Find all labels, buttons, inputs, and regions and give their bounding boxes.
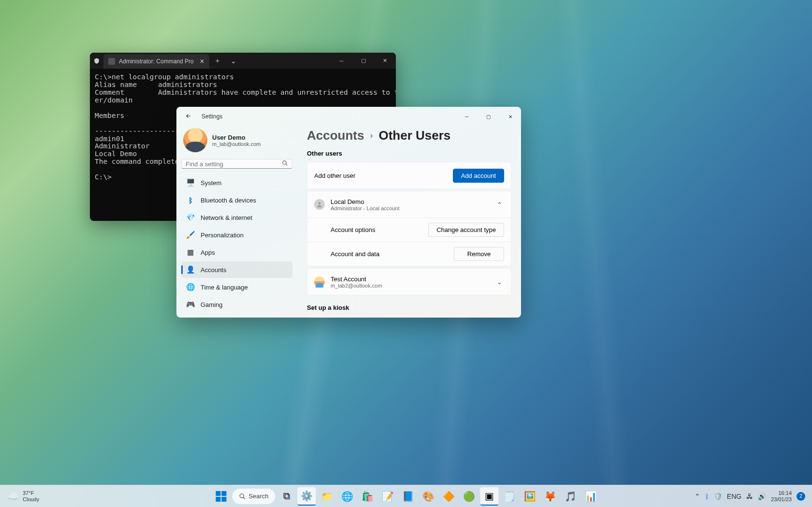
user-row[interactable]: Local Demo Administrator - Local account… bbox=[307, 191, 511, 217]
taskbar-app-explorer[interactable]: 📁 bbox=[318, 487, 336, 506]
shield-icon bbox=[90, 58, 103, 64]
kiosk-card-partial bbox=[307, 316, 511, 318]
language-indicator[interactable]: ENG bbox=[727, 493, 741, 500]
taskbar-center: Search ⧉ ⚙️ 📁 🌐 🛍️ 📝 📘 🎨 🔶 🟢 ▣ 🗒️ 🖼️ 🦊 🎵… bbox=[212, 487, 600, 506]
breadcrumb-current: Other Users bbox=[378, 128, 450, 143]
taskbar-app-edge[interactable]: 🌐 bbox=[338, 487, 357, 506]
user-icon bbox=[314, 276, 325, 287]
profile-block[interactable]: User Demo m_lab@outlook.com bbox=[181, 126, 292, 159]
settings-titlebar: Settings ─ ▢ ✕ bbox=[176, 107, 521, 126]
nav-label: Time & language bbox=[201, 284, 248, 291]
terminal-tab-title: Administrator: Command Pro bbox=[119, 58, 194, 65]
nav-accounts[interactable]: 👤Accounts bbox=[181, 261, 292, 278]
nav-label: System bbox=[201, 179, 221, 187]
section-other-users: Other users bbox=[307, 150, 511, 157]
nav-time-language[interactable]: 🌐Time & language bbox=[181, 279, 292, 295]
add-account-button[interactable]: Add account bbox=[453, 169, 504, 183]
taskbar-app-settings[interactable]: ⚙️ bbox=[298, 487, 316, 506]
terminal-minimize[interactable]: ─ bbox=[331, 53, 352, 69]
settings-nav: 🖥️System ᛒBluetooth & devices 💎Network &… bbox=[181, 174, 292, 313]
terminal-tab-dropdown[interactable]: ⌄ bbox=[226, 57, 241, 65]
notification-badge[interactable]: 2 bbox=[797, 492, 805, 501]
person-icon: 👤 bbox=[186, 265, 195, 274]
tray-time: 16:14 bbox=[771, 490, 792, 496]
weather-condition: Cloudy bbox=[23, 496, 39, 502]
weather-widget[interactable]: ☁️ 37°F Cloudy bbox=[0, 490, 39, 502]
settings-search[interactable] bbox=[181, 159, 292, 169]
brush-icon: 🖌️ bbox=[186, 231, 195, 239]
taskbar-app-word[interactable]: 📘 bbox=[399, 487, 418, 506]
add-user-card: Add other user Add account bbox=[307, 162, 511, 189]
nav-personalization[interactable]: 🖌️Personalization bbox=[181, 227, 292, 243]
apps-icon: ▦ bbox=[186, 248, 195, 257]
taskbar-app-music[interactable]: 🎵 bbox=[562, 487, 580, 506]
svg-point-0 bbox=[283, 161, 287, 165]
settings-close[interactable]: ✕ bbox=[499, 108, 521, 125]
taskbar-app-drive[interactable]: 🔶 bbox=[440, 487, 458, 506]
volume-icon[interactable]: 🔊 bbox=[758, 493, 766, 500]
change-account-type-button[interactable]: Change account type bbox=[428, 223, 504, 237]
task-view[interactable]: ⧉ bbox=[277, 487, 296, 506]
terminal-maximize[interactable]: ▢ bbox=[352, 53, 374, 69]
taskbar-app-photos[interactable]: 🖼️ bbox=[521, 487, 539, 506]
taskbar-app-notepad[interactable]: 📝 bbox=[379, 487, 397, 506]
bluetooth-icon[interactable]: ᛒ bbox=[705, 493, 709, 500]
nav-apps[interactable]: ▦Apps bbox=[181, 244, 292, 261]
back-button[interactable] bbox=[183, 111, 194, 123]
nav-network[interactable]: 💎Network & internet bbox=[181, 209, 292, 226]
terminal-tab-close[interactable]: ✕ bbox=[200, 58, 204, 65]
taskbar-app-store[interactable]: 🛍️ bbox=[359, 487, 377, 506]
account-and-data-row: Account and data Remove bbox=[307, 242, 511, 266]
bluetooth-icon: ᛒ bbox=[186, 196, 195, 204]
user-icon bbox=[314, 199, 325, 210]
user-row[interactable]: Test Account m_lab2@outlook.com ⌄ bbox=[307, 269, 511, 295]
remove-button[interactable]: Remove bbox=[454, 247, 504, 261]
chevron-right-icon: › bbox=[370, 130, 373, 141]
terminal-close[interactable]: ✕ bbox=[374, 53, 396, 69]
monitor-icon: 🖥️ bbox=[186, 178, 195, 187]
user-card-local-demo: Local Demo Administrator - Local account… bbox=[307, 191, 511, 266]
security-icon[interactable]: 🛡️ bbox=[714, 493, 722, 500]
tray-overflow[interactable]: ⌃ bbox=[695, 493, 700, 500]
svg-point-2 bbox=[240, 493, 244, 497]
section-kiosk: Set up a kiosk bbox=[307, 304, 511, 311]
settings-minimize[interactable]: ─ bbox=[456, 108, 478, 125]
taskbar-app-other[interactable]: 📊 bbox=[582, 487, 600, 506]
terminal-titlebar: Administrator: Command Pro ✕ ＋ ⌄ ─ ▢ ✕ bbox=[90, 53, 396, 69]
nav-gaming[interactable]: 🎮Gaming bbox=[181, 296, 292, 313]
add-other-user-label: Add other user bbox=[314, 172, 355, 179]
nav-label: Network & internet bbox=[201, 214, 252, 221]
start-button[interactable] bbox=[212, 487, 230, 506]
taskbar-app-firefox[interactable]: 🦊 bbox=[541, 487, 560, 506]
taskbar-app-paint[interactable]: 🎨 bbox=[420, 487, 438, 506]
breadcrumb: Accounts › Other Users bbox=[307, 128, 511, 143]
profile-email: m_lab@outlook.com bbox=[212, 141, 261, 147]
clock[interactable]: 16:14 23/01/23 bbox=[771, 490, 792, 502]
system-tray: ⌃ ᛒ 🛡️ ENG 🖧 🔊 16:14 23/01/23 2 bbox=[695, 490, 812, 502]
search-input[interactable] bbox=[186, 160, 282, 168]
network-icon[interactable]: 🖧 bbox=[746, 493, 753, 500]
user-subtitle: m_lab2@outlook.com bbox=[331, 283, 382, 289]
taskbar-app-terminal[interactable]: ▣ bbox=[480, 487, 499, 506]
taskbar-search[interactable]: Search bbox=[232, 489, 275, 504]
user-name: Local Demo bbox=[331, 198, 399, 205]
account-options-label: Account options bbox=[331, 226, 376, 233]
nav-bluetooth[interactable]: ᛒBluetooth & devices bbox=[181, 192, 292, 208]
profile-name: User Demo bbox=[212, 134, 261, 141]
chevron-down-icon[interactable]: ⌄ bbox=[495, 276, 504, 288]
search-icon bbox=[239, 493, 246, 500]
nav-system[interactable]: 🖥️System bbox=[181, 174, 292, 191]
globe-icon: 🌐 bbox=[186, 283, 195, 291]
avatar bbox=[183, 128, 207, 152]
settings-maximize[interactable]: ▢ bbox=[478, 108, 499, 125]
breadcrumb-parent[interactable]: Accounts bbox=[307, 128, 364, 143]
taskbar-app-chrome[interactable]: 🟢 bbox=[460, 487, 478, 506]
terminal-tab[interactable]: Administrator: Command Pro ✕ bbox=[103, 54, 209, 69]
chevron-up-icon[interactable]: ⌃ bbox=[495, 199, 504, 210]
user-name: Test Account bbox=[331, 275, 382, 283]
cloud-icon: ☁️ bbox=[7, 491, 19, 502]
taskbar-search-label: Search bbox=[248, 493, 268, 500]
taskbar-app-notes[interactable]: 🗒️ bbox=[501, 487, 519, 506]
terminal-new-tab[interactable]: ＋ bbox=[209, 57, 226, 65]
nav-label: Personalization bbox=[201, 232, 244, 239]
